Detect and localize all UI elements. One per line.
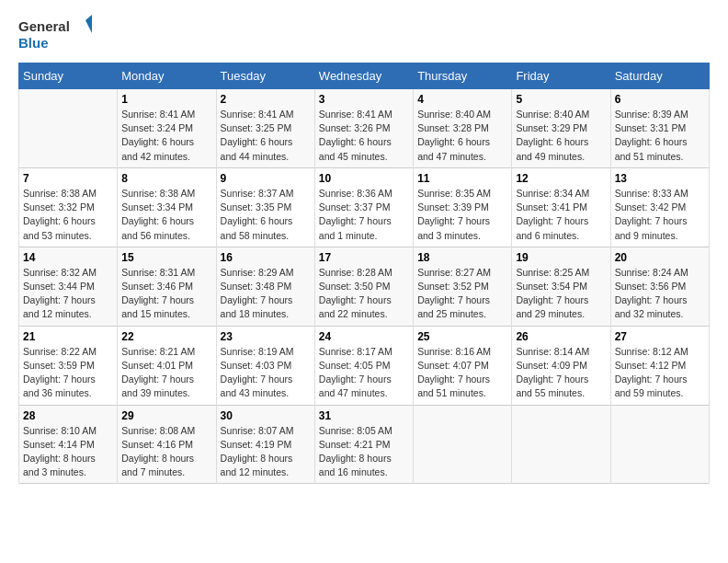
day-number: 6 — [615, 93, 705, 106]
cell-content: Sunrise: 8:10 AMSunset: 4:14 PMDaylight:… — [23, 424, 113, 480]
cell-content: Sunrise: 8:41 AMSunset: 3:24 PMDaylight:… — [121, 108, 211, 164]
week-row-5: 28Sunrise: 8:10 AMSunset: 4:14 PMDayligh… — [19, 405, 710, 484]
cell-w1-d5: 4Sunrise: 8:40 AMSunset: 3:28 PMDaylight… — [414, 89, 512, 168]
cell-content: Sunrise: 8:22 AMSunset: 3:59 PMDaylight:… — [23, 345, 113, 401]
cell-w1-d3: 2Sunrise: 8:41 AMSunset: 3:25 PMDaylight… — [216, 89, 314, 168]
cell-content: Sunrise: 8:40 AMSunset: 3:29 PMDaylight:… — [516, 108, 606, 164]
page: General Blue SundayMondayTuesdayWednesda… — [0, 0, 728, 493]
cell-content: Sunrise: 8:27 AMSunset: 3:52 PMDaylight:… — [417, 266, 507, 322]
week-row-4: 21Sunrise: 8:22 AMSunset: 3:59 PMDayligh… — [19, 326, 710, 405]
cell-content: Sunrise: 8:34 AMSunset: 3:41 PMDaylight:… — [516, 187, 606, 243]
cell-w2-d1: 7Sunrise: 8:38 AMSunset: 3:32 PMDaylight… — [19, 167, 118, 247]
cell-w5-d2: 29Sunrise: 8:08 AMSunset: 4:16 PMDayligh… — [118, 405, 216, 484]
cell-w3-d7: 20Sunrise: 8:24 AMSunset: 3:56 PMDayligh… — [610, 247, 709, 326]
cell-content: Sunrise: 8:40 AMSunset: 3:28 PMDaylight:… — [417, 108, 507, 164]
day-number: 23 — [221, 330, 311, 343]
header-day-sunday: Sunday — [19, 63, 118, 89]
cell-w5-d6 — [512, 405, 610, 484]
cell-content: Sunrise: 8:21 AMSunset: 4:01 PMDaylight:… — [121, 345, 211, 401]
day-number: 4 — [417, 93, 507, 106]
cell-w3-d4: 17Sunrise: 8:28 AMSunset: 3:50 PMDayligh… — [314, 247, 413, 326]
cell-content: Sunrise: 8:31 AMSunset: 3:46 PMDaylight:… — [121, 266, 211, 322]
cell-w4-d3: 23Sunrise: 8:19 AMSunset: 4:03 PMDayligh… — [216, 326, 314, 405]
cell-content: Sunrise: 8:19 AMSunset: 4:03 PMDaylight:… — [221, 345, 311, 401]
cell-w4-d1: 21Sunrise: 8:22 AMSunset: 3:59 PMDayligh… — [19, 326, 118, 405]
cell-content: Sunrise: 8:39 AMSunset: 3:31 PMDaylight:… — [615, 108, 705, 164]
day-number: 24 — [319, 330, 409, 343]
day-number: 31 — [319, 409, 409, 422]
day-number: 8 — [121, 172, 211, 185]
day-number: 2 — [221, 93, 311, 106]
cell-w5-d4: 31Sunrise: 8:05 AMSunset: 4:21 PMDayligh… — [314, 405, 413, 484]
cell-w4-d5: 25Sunrise: 8:16 AMSunset: 4:07 PMDayligh… — [414, 326, 512, 405]
day-number: 5 — [516, 93, 606, 106]
cell-w4-d4: 24Sunrise: 8:17 AMSunset: 4:05 PMDayligh… — [314, 326, 413, 405]
cell-w1-d2: 1Sunrise: 8:41 AMSunset: 3:24 PMDaylight… — [118, 89, 216, 168]
day-number: 9 — [221, 172, 311, 185]
day-number: 20 — [615, 251, 705, 264]
day-number: 19 — [516, 251, 606, 264]
day-number: 11 — [417, 172, 507, 185]
day-number: 1 — [121, 93, 211, 106]
day-number: 14 — [23, 251, 113, 264]
day-number: 29 — [121, 409, 211, 422]
cell-content: Sunrise: 8:07 AMSunset: 4:19 PMDaylight:… — [221, 424, 311, 480]
week-row-1: 1Sunrise: 8:41 AMSunset: 3:24 PMDaylight… — [19, 89, 710, 168]
header-day-wednesday: Wednesday — [314, 63, 413, 89]
day-number: 7 — [23, 172, 113, 185]
cell-w5-d1: 28Sunrise: 8:10 AMSunset: 4:14 PMDayligh… — [19, 405, 118, 484]
calendar-table: SundayMondayTuesdayWednesdayThursdayFrid… — [18, 63, 710, 484]
cell-w1-d1 — [19, 89, 118, 168]
cell-content: Sunrise: 8:17 AMSunset: 4:05 PMDaylight:… — [319, 345, 409, 401]
cell-content: Sunrise: 8:38 AMSunset: 3:34 PMDaylight:… — [121, 187, 211, 243]
header: General Blue — [18, 15, 710, 53]
day-number: 30 — [221, 409, 311, 422]
cell-w5-d7 — [610, 405, 709, 484]
cell-w3-d2: 15Sunrise: 8:31 AMSunset: 3:46 PMDayligh… — [118, 247, 216, 326]
cell-content: Sunrise: 8:35 AMSunset: 3:39 PMDaylight:… — [417, 187, 507, 243]
day-number: 28 — [23, 409, 113, 422]
day-number: 3 — [319, 93, 409, 106]
cell-w2-d3: 9Sunrise: 8:37 AMSunset: 3:35 PMDaylight… — [216, 167, 314, 247]
cell-content: Sunrise: 8:24 AMSunset: 3:56 PMDaylight:… — [615, 266, 705, 322]
cell-w2-d5: 11Sunrise: 8:35 AMSunset: 3:39 PMDayligh… — [414, 167, 512, 247]
day-number: 13 — [615, 172, 705, 185]
cell-w1-d4: 3Sunrise: 8:41 AMSunset: 3:26 PMDaylight… — [314, 89, 413, 168]
cell-content: Sunrise: 8:12 AMSunset: 4:12 PMDaylight:… — [615, 345, 705, 401]
cell-w4-d6: 26Sunrise: 8:14 AMSunset: 4:09 PMDayligh… — [512, 326, 610, 405]
header-day-friday: Friday — [512, 63, 610, 89]
cell-w2-d2: 8Sunrise: 8:38 AMSunset: 3:34 PMDaylight… — [118, 167, 216, 247]
day-number: 15 — [121, 251, 211, 264]
cell-content: Sunrise: 8:05 AMSunset: 4:21 PMDaylight:… — [319, 424, 409, 480]
header-row: SundayMondayTuesdayWednesdayThursdayFrid… — [19, 63, 710, 89]
cell-content: Sunrise: 8:41 AMSunset: 3:26 PMDaylight:… — [319, 108, 409, 164]
cell-w4-d7: 27Sunrise: 8:12 AMSunset: 4:12 PMDayligh… — [610, 326, 709, 405]
cell-w4-d2: 22Sunrise: 8:21 AMSunset: 4:01 PMDayligh… — [118, 326, 216, 405]
cell-w5-d5 — [414, 405, 512, 484]
header-day-saturday: Saturday — [610, 63, 709, 89]
header-day-thursday: Thursday — [414, 63, 512, 89]
cell-content: Sunrise: 8:16 AMSunset: 4:07 PMDaylight:… — [417, 345, 507, 401]
cell-w1-d6: 5Sunrise: 8:40 AMSunset: 3:29 PMDaylight… — [512, 89, 610, 168]
day-number: 26 — [516, 330, 606, 343]
svg-text:Blue: Blue — [18, 35, 49, 51]
cell-content: Sunrise: 8:36 AMSunset: 3:37 PMDaylight:… — [319, 187, 409, 243]
cell-w3-d1: 14Sunrise: 8:32 AMSunset: 3:44 PMDayligh… — [19, 247, 118, 326]
cell-w1-d7: 6Sunrise: 8:39 AMSunset: 3:31 PMDaylight… — [610, 89, 709, 168]
cell-content: Sunrise: 8:33 AMSunset: 3:42 PMDaylight:… — [615, 187, 705, 243]
svg-marker-2 — [85, 15, 92, 33]
cell-w2-d7: 13Sunrise: 8:33 AMSunset: 3:42 PMDayligh… — [610, 167, 709, 247]
cell-w2-d6: 12Sunrise: 8:34 AMSunset: 3:41 PMDayligh… — [512, 167, 610, 247]
week-row-2: 7Sunrise: 8:38 AMSunset: 3:32 PMDaylight… — [19, 167, 710, 247]
day-number: 18 — [417, 251, 507, 264]
cell-content: Sunrise: 8:08 AMSunset: 4:16 PMDaylight:… — [121, 424, 211, 480]
cell-content: Sunrise: 8:41 AMSunset: 3:25 PMDaylight:… — [221, 108, 311, 164]
cell-content: Sunrise: 8:32 AMSunset: 3:44 PMDaylight:… — [23, 266, 113, 322]
cell-content: Sunrise: 8:28 AMSunset: 3:50 PMDaylight:… — [319, 266, 409, 322]
cell-w3-d3: 16Sunrise: 8:29 AMSunset: 3:48 PMDayligh… — [216, 247, 314, 326]
cell-content: Sunrise: 8:25 AMSunset: 3:54 PMDaylight:… — [516, 266, 606, 322]
cell-w5-d3: 30Sunrise: 8:07 AMSunset: 4:19 PMDayligh… — [216, 405, 314, 484]
week-row-3: 14Sunrise: 8:32 AMSunset: 3:44 PMDayligh… — [19, 247, 710, 326]
day-number: 16 — [221, 251, 311, 264]
header-day-tuesday: Tuesday — [216, 63, 314, 89]
